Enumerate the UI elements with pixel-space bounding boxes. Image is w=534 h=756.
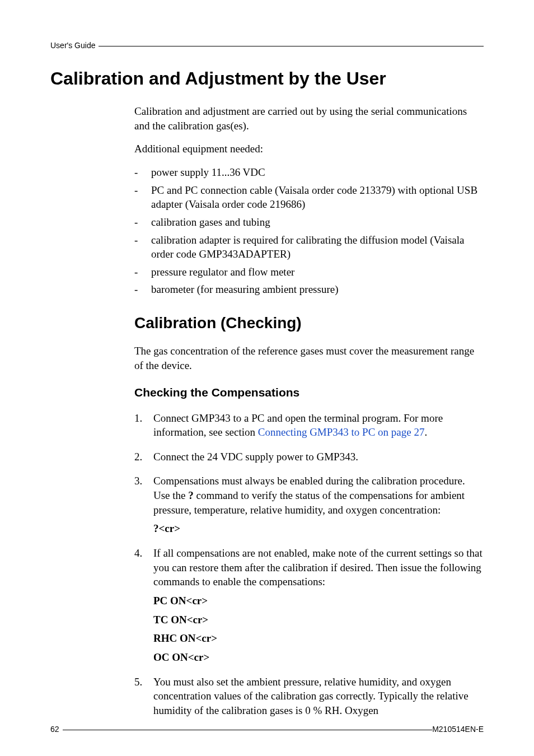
heading-3: Checking the Compensations <box>134 385 484 400</box>
step-4: 4. If all compensations are not enabled,… <box>134 546 484 669</box>
step-2-para: Connect the 24 VDC supply power to GMP34… <box>153 450 358 464</box>
intro-para-1: Calibration and adjustment are carried o… <box>134 104 484 133</box>
page-footer: 62 M210514EN-E <box>50 724 484 735</box>
step-4-cmd-a: PC ON<cr> <box>153 594 484 608</box>
dash-marker: - <box>134 265 151 279</box>
list-item: -calibration adapter is required for cal… <box>134 233 484 262</box>
step-5-para: You must also set the ambient pressure, … <box>153 675 484 718</box>
step-4-cmd-d: OC ON<cr> <box>153 650 484 665</box>
equipment-list: -power supply 11...36 VDC -PC and PC con… <box>134 165 484 297</box>
page: User's Guide Calibration and Adjustment … <box>0 0 534 756</box>
intro-para-2: Additional equipment needed: <box>134 142 484 156</box>
equip-item-1: PC and PC connection cable (Vaisala orde… <box>151 183 484 212</box>
equip-item-5: barometer (for measuring ambient pressur… <box>151 282 338 297</box>
step-2: 2. Connect the 24 VDC supply power to GM… <box>134 450 484 469</box>
step-1-para: Connect GMP343 to a PC and open the term… <box>153 411 484 440</box>
header-rule <box>99 46 484 46</box>
step-number: 2. <box>134 450 153 464</box>
heading-1: Calibration and Adjustment by the User <box>50 67 484 91</box>
list-item: -barometer (for measuring ambient pressu… <box>134 282 484 297</box>
step-3-para: Compensations must always be enabled dur… <box>153 474 484 517</box>
step-4-para: If all compensations are not enabled, ma… <box>153 546 484 589</box>
step-3-cmd: ?<cr> <box>153 521 484 536</box>
footer-rule <box>63 730 433 730</box>
list-item: -pressure regulator and flow meter <box>134 265 484 279</box>
list-item: -power supply 11...36 VDC <box>134 165 484 180</box>
dash-marker: - <box>134 282 151 297</box>
equip-item-2: calibration gases and tubing <box>151 215 270 230</box>
dash-marker: - <box>134 233 151 248</box>
intro-block: Calibration and adjustment are carried o… <box>134 104 484 297</box>
step-content: Connect the 24 VDC supply power to GMP34… <box>153 450 358 469</box>
equip-item-3: calibration adapter is required for cali… <box>151 233 484 262</box>
list-item: -calibration gases and tubing <box>134 215 484 230</box>
step-content: If all compensations are not enabled, ma… <box>153 546 484 669</box>
running-header-title: User's Guide <box>50 40 95 51</box>
steps-list: 1. Connect GMP343 to a PC and open the t… <box>134 411 484 722</box>
step-number: 5. <box>134 675 153 689</box>
calib-block: The gas concentration of the reference g… <box>134 344 484 372</box>
heading-2: Calibration (Checking) <box>134 312 484 334</box>
step-3-q: ? <box>188 489 194 501</box>
step-5: 5. You must also set the ambient pressur… <box>134 675 484 722</box>
step-4-cmd-c: RHC ON<cr> <box>153 631 484 646</box>
step-1: 1. Connect GMP343 to a PC and open the t… <box>134 411 484 444</box>
step-number: 3. <box>134 474 153 488</box>
step-content: You must also set the ambient pressure, … <box>153 675 484 722</box>
step-4-cmd-b: TC ON<cr> <box>153 613 484 627</box>
dash-marker: - <box>134 183 151 198</box>
equip-item-4: pressure regulator and flow meter <box>151 265 294 279</box>
page-number: 62 <box>50 724 59 735</box>
document-id: M210514EN-E <box>432 724 484 735</box>
dash-marker: - <box>134 215 151 230</box>
calib-para: The gas concentration of the reference g… <box>134 344 484 372</box>
dash-marker: - <box>134 165 151 180</box>
step-number: 4. <box>134 546 153 561</box>
step-number: 1. <box>134 411 153 426</box>
step-3: 3. Compensations must always be enabled … <box>134 474 484 540</box>
steps-block: 1. Connect GMP343 to a PC and open the t… <box>134 411 484 722</box>
step-1-text-b: . <box>424 426 427 438</box>
equip-item-0: power supply 11...36 VDC <box>151 165 265 180</box>
step-content: Compensations must always be enabled dur… <box>153 474 484 540</box>
link-connecting-gmp343[interactable]: Connecting GMP343 to PC on page 27 <box>258 426 425 438</box>
step-content: Connect GMP343 to a PC and open the term… <box>153 411 484 444</box>
step-3-text-b: command to verify the status of the comp… <box>153 489 465 516</box>
running-header: User's Guide <box>50 40 484 51</box>
list-item: -PC and PC connection cable (Vaisala ord… <box>134 183 484 212</box>
